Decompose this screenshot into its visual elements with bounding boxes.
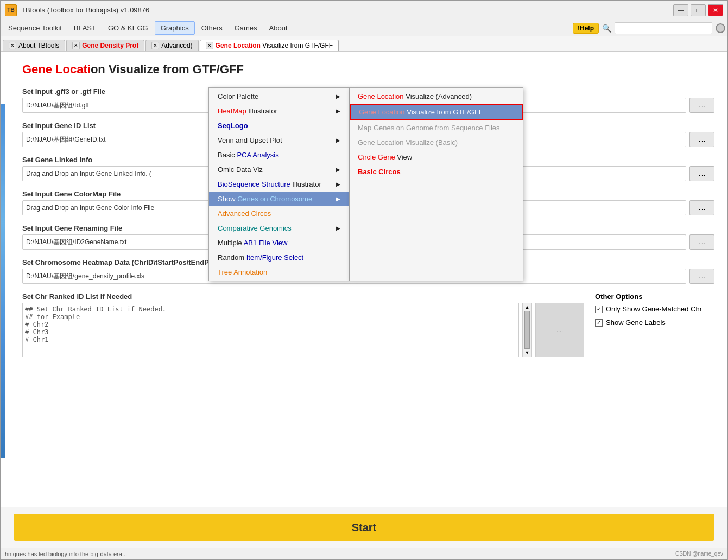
start-btn-wrap: Start xyxy=(1,507,727,548)
page-title: Gene Location Visualize from GTF/GFF xyxy=(22,62,714,77)
menu-heatmap[interactable]: HeatMap Illustrator ▶ xyxy=(209,104,349,118)
checkbox-gene-labels[interactable]: ✓ xyxy=(595,319,603,327)
titlebar-controls: — □ ✕ xyxy=(673,4,723,16)
submenu-basic-circos[interactable]: Basic Circos xyxy=(350,164,523,179)
seqlogo-label: SeqLogo xyxy=(218,122,248,130)
tab-advanced[interactable]: ✕ Advanced) xyxy=(145,40,198,51)
chr-ranked-section: Set Chr Ranked ID List if Needed ## Set … xyxy=(22,292,584,357)
omic-label: Omic Data Viz xyxy=(218,166,263,174)
tab-about[interactable]: ✕ About TBtools xyxy=(3,40,65,51)
omic-arrow: ▶ xyxy=(336,167,340,173)
menu-go-kegg[interactable]: GO & KEGG xyxy=(103,22,154,34)
menu-others[interactable]: Others xyxy=(196,22,228,34)
gene-colormap-browse-button[interactable]: .... xyxy=(689,200,714,215)
radio-circle xyxy=(716,23,725,33)
menu-seqlogo[interactable]: SeqLogo xyxy=(209,118,349,133)
search-icon[interactable]: 🔍 xyxy=(602,24,611,33)
titlebar: TB TBtools (Toolbox for Biologists) v1.0… xyxy=(1,1,727,20)
menu-about[interactable]: About xyxy=(264,22,293,34)
bottom-section: Set Chr Ranked ID List if Needed ## Set … xyxy=(22,292,714,357)
menu-games[interactable]: Games xyxy=(229,22,263,34)
status-text: hniques has led biology into the big-dat… xyxy=(5,551,127,557)
menu-blast[interactable]: BLAST xyxy=(68,22,102,34)
show-genes-label: Show Genes on Chromosome xyxy=(218,195,312,203)
gene-location-basic-label: Gene Location Visualize (Basic) xyxy=(358,138,458,147)
tab-close-advanced[interactable]: ✕ xyxy=(151,42,159,49)
menu-random-item[interactable]: Random Item/Figure Select xyxy=(209,250,349,265)
multiple-ab1-label: Multiple AB1 File View xyxy=(218,239,287,247)
start-button[interactable]: Start xyxy=(14,514,714,541)
pca-label: Basic PCA Analysis xyxy=(218,151,279,159)
comparative-genomics-arrow: ▶ xyxy=(336,225,340,231)
menu-sequence-toolkit[interactable]: Sequence Toolkit xyxy=(3,22,67,34)
menu-show-genes[interactable]: Show Genes on Chromosome ▶ xyxy=(209,192,349,206)
checkbox-row-1: ✓ Only Show Gene-Matched Chr xyxy=(595,305,714,313)
basic-circos-label: Basic Circos xyxy=(358,168,401,176)
circle-gene-label: Circle Gene View xyxy=(358,153,412,161)
minimize-button[interactable]: — xyxy=(673,4,688,16)
menu-advanced-circos[interactable]: Advanced Circos xyxy=(209,206,349,221)
venn-label: Venn and Upset Plot xyxy=(218,136,282,144)
main-window: TB TBtools (Toolbox for Biologists) v1.0… xyxy=(0,0,728,560)
other-options-title: Other Options xyxy=(595,292,714,301)
gene-renaming-browse-button[interactable]: .... xyxy=(689,234,714,250)
biosequence-label: BioSequence Structure Illustrator xyxy=(218,180,321,188)
menu-biosequence[interactable]: BioSequence Structure Illustrator ▶ xyxy=(209,177,349,192)
gff-browse-button[interactable]: .... xyxy=(689,98,714,113)
scroll-up[interactable]: ▲ xyxy=(525,304,530,310)
scrollbar[interactable]: ▲ ▼ xyxy=(522,303,532,357)
menu-multiple-ab1[interactable]: Multiple AB1 File View xyxy=(209,236,349,250)
tab-close-gene-density[interactable]: ✕ xyxy=(72,42,80,49)
window-title: TBtools (Toolbox for Biologists) v1.0987… xyxy=(21,6,149,14)
tab-close-gene-location[interactable]: ✕ xyxy=(206,42,213,49)
chr-textarea-wrap: ## Set Chr Ranked ID List if Needed. ## … xyxy=(22,303,584,357)
tab-gene-density[interactable]: ✕ Gene Density Prof xyxy=(66,40,144,51)
other-options-section: Other Options ✓ Only Show Gene-Matched C… xyxy=(595,292,714,357)
close-button[interactable]: ✕ xyxy=(708,4,723,16)
tab-about-label: About TBtools xyxy=(18,42,59,49)
tab-close-about[interactable]: ✕ xyxy=(9,42,16,49)
checkbox-gene-labels-label: Show Gene Labels xyxy=(606,319,666,327)
tab-gene-location-label: Gene Location Visualize from GTF/GFF xyxy=(216,42,333,49)
help-button[interactable]: !Help xyxy=(573,23,599,34)
submenu-gene-location-gtf[interactable]: Gene Location Visualize from GTF/GFF xyxy=(350,104,523,120)
menu-pca[interactable]: Basic PCA Analysis xyxy=(209,148,349,162)
maximize-button[interactable]: □ xyxy=(691,4,706,16)
gene-location-gtf-label: Gene Location Visualize from GTF/GFF xyxy=(359,108,483,116)
gene-linked-browse-button[interactable]: .... xyxy=(689,166,714,181)
chr-ranked-textarea[interactable]: ## Set Chr Ranked ID List if Needed. ## … xyxy=(22,303,519,357)
gene-id-browse-button[interactable]: .... xyxy=(689,132,714,147)
chr-ranked-label: Set Chr Ranked ID List if Needed xyxy=(22,292,584,301)
biosequence-arrow: ▶ xyxy=(336,181,340,187)
menu-color-palette[interactable]: Color Palette ▶ xyxy=(209,89,349,104)
titlebar-left: TB TBtools (Toolbox for Biologists) v1.0… xyxy=(5,4,149,16)
graphics-dropdown: Color Palette ▶ HeatMap Illustrator ▶ Se… xyxy=(208,87,523,281)
gene-location-advanced-label: Gene Location Visualize (Advanced) xyxy=(358,92,472,100)
submenu-gene-location-basic: Gene Location Visualize (Basic) xyxy=(350,135,523,150)
tab-gene-location[interactable]: ✕ Gene Location Visualize from GTF/GFF xyxy=(200,40,339,51)
heatmap-arrow: ▶ xyxy=(336,108,340,114)
venn-arrow: ▶ xyxy=(336,137,340,143)
preview-box[interactable]: .... xyxy=(535,303,584,357)
checkbox-gene-matched-label: Only Show Gene-Matched Chr xyxy=(606,305,702,313)
show-genes-arrow: ▶ xyxy=(336,196,340,202)
scroll-down[interactable]: ▼ xyxy=(525,350,530,355)
color-palette-arrow: ▶ xyxy=(336,93,340,99)
tab-gene-density-label: Gene Density Prof xyxy=(82,42,138,49)
chr-heatmap-browse-button[interactable]: .... xyxy=(689,269,714,284)
show-genes-submenu: Gene Location Visualize (Advanced) Gene … xyxy=(350,87,523,281)
menu-omic[interactable]: Omic Data Viz ▶ xyxy=(209,162,349,177)
menu-venn[interactable]: Venn and Upset Plot ▶ xyxy=(209,133,349,148)
submenu-map-genes: Map Genes on Genome from Sequence Files xyxy=(350,120,523,135)
menu-graphics[interactable]: Graphics xyxy=(155,21,195,35)
search-input[interactable] xyxy=(615,22,712,34)
checkbox-gene-matched[interactable]: ✓ xyxy=(595,306,603,313)
menu-comparative-genomics[interactable]: Comparative Genomics ▶ xyxy=(209,221,349,236)
comparative-genomics-label: Comparative Genomics xyxy=(218,224,292,232)
submenu-circle-gene[interactable]: Circle Gene View xyxy=(350,150,523,164)
status-right: CSDN @name_qev xyxy=(675,551,723,557)
submenu-gene-location-advanced[interactable]: Gene Location Visualize (Advanced) xyxy=(350,89,523,104)
statusbar: hniques has led biology into the big-dat… xyxy=(1,548,727,559)
menubar: Sequence Toolkit BLAST GO & KEGG Graphic… xyxy=(1,20,727,36)
menu-tree-annotation[interactable]: Tree Annotation xyxy=(209,265,349,279)
